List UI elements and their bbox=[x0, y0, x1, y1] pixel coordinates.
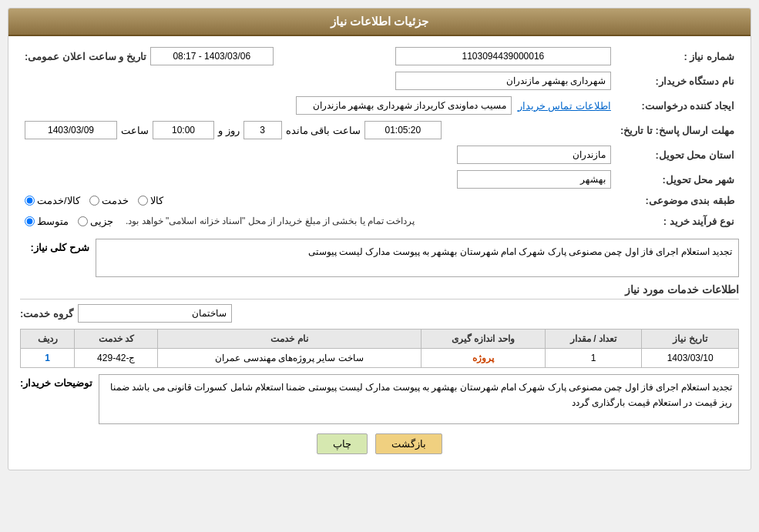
cell-service-name: ساخت سایر پروژه‌های مهندسی عمران bbox=[158, 349, 421, 368]
category-kala-khedmat-radio[interactable] bbox=[25, 196, 35, 206]
category-khedmat-label: خدمت bbox=[102, 195, 129, 206]
deadline-remain-label: ساعت باقی مانده bbox=[286, 125, 361, 136]
deadline-time-input[interactable] bbox=[153, 121, 214, 139]
col-date: تاریخ نیاز bbox=[642, 330, 739, 349]
cell-unit: پروژه bbox=[421, 349, 545, 368]
category-label: طبقه بندی موضوعی: bbox=[616, 192, 739, 209]
creator-input[interactable] bbox=[296, 96, 512, 115]
cell-date: 1403/03/10 bbox=[642, 349, 739, 368]
city-input[interactable] bbox=[457, 170, 611, 189]
print-button[interactable]: چاپ bbox=[317, 433, 368, 454]
cell-code: ج-42-429 bbox=[75, 349, 158, 368]
announce-date-input[interactable] bbox=[150, 47, 274, 65]
deadline-days-label: روز و bbox=[218, 125, 240, 136]
deadline-label: مهلت ارسال پاسخ: تا تاریخ: bbox=[616, 118, 739, 142]
table-row: 1403/03/10 1 پروژه ساخت سایر پروژه‌های م… bbox=[21, 349, 739, 368]
back-button[interactable]: بازگشت bbox=[375, 433, 442, 454]
unit-value: پروژه bbox=[472, 353, 494, 363]
col-name: نام خدمت bbox=[158, 330, 421, 349]
process-motavasset-label: متوسط bbox=[37, 216, 69, 227]
buyer-desc-label: توضیحات خریدار: bbox=[20, 374, 92, 389]
category-kala-radio[interactable] bbox=[138, 196, 148, 206]
col-code: کد خدمت bbox=[75, 330, 158, 349]
service-info-title: اطلاعات خدمات مورد نیاز bbox=[20, 283, 739, 299]
category-kala-khedmat-label: کالا/خدمت bbox=[37, 195, 80, 206]
deadline-time-label: ساعت bbox=[121, 125, 149, 136]
deadline-days-input[interactable] bbox=[243, 121, 282, 139]
col-row: ردیف bbox=[21, 330, 75, 349]
deadline-remain-input[interactable] bbox=[364, 121, 442, 139]
service-group-label: گروه خدمت: bbox=[20, 308, 73, 320]
contact-link[interactable]: اطلاعات تماس خریدار bbox=[518, 100, 611, 112]
process-label: نوع فرآیند خرید : bbox=[616, 209, 739, 233]
cell-qty: 1 bbox=[545, 349, 642, 368]
process-motavasset-radio[interactable] bbox=[25, 216, 35, 226]
description-box: تجدید استعلام اجرای فاز اول چمن مصنوعی پ… bbox=[96, 239, 739, 277]
buyer-org-input[interactable] bbox=[395, 72, 611, 90]
services-table: تاریخ نیاز تعداد / مقدار واحد اندازه گیر… bbox=[20, 329, 739, 368]
category-kala-label: کالا bbox=[150, 195, 163, 206]
category-khedmat-radio[interactable] bbox=[89, 196, 99, 206]
process-note: پرداخت تمام یا بخشی از مبلغ خریدار از مح… bbox=[121, 212, 419, 229]
col-qty: تعداد / مقدار bbox=[545, 330, 642, 349]
buyer-org-label: نام دستگاه خریدار: bbox=[616, 69, 739, 93]
process-jozii-radio[interactable] bbox=[78, 216, 88, 226]
buyer-desc-textarea[interactable] bbox=[99, 374, 739, 424]
province-label: استان محل تحویل: bbox=[616, 142, 739, 167]
col-unit: واحد اندازه گیری bbox=[421, 330, 545, 349]
page-title: جزئیات اطلاعات نیاز bbox=[8, 8, 751, 36]
service-group-input[interactable] bbox=[78, 304, 232, 323]
request-number-input[interactable] bbox=[395, 47, 611, 65]
province-input[interactable] bbox=[457, 146, 611, 164]
request-number-label: شماره نیاز : bbox=[616, 44, 739, 69]
city-label: شهر محل تحویل: bbox=[616, 167, 739, 192]
process-jozii-label: جزیی bbox=[90, 216, 113, 227]
cell-row: 1 bbox=[21, 349, 75, 368]
creator-label: ایجاد کننده درخواست: bbox=[616, 93, 739, 118]
description-label: شرح کلی نیاز: bbox=[20, 239, 89, 253]
deadline-date-input[interactable] bbox=[25, 121, 117, 139]
announce-date-label: تاریخ و ساعت اعلان عمومی: bbox=[25, 51, 146, 62]
